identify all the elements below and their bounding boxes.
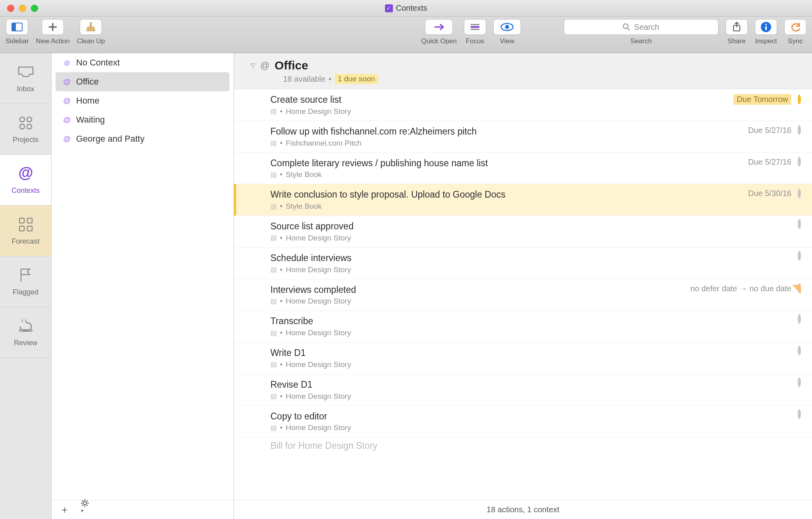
main-header: ▽ @ Office 18 available • 1 due soon [234,53,812,89]
note-icon: ▤ [270,424,277,432]
perspective-flagged[interactable]: Flagged [0,256,51,307]
task-row[interactable]: Create source list▤ • Home Design StoryD… [234,89,812,121]
task-meta: ▤ • Home Design Story [270,360,790,369]
clean-up-button[interactable] [80,19,102,35]
sidebar-item-office[interactable]: @Office [56,72,230,91]
svg-point-23 [27,124,32,129]
task-status-circle[interactable] [798,94,801,104]
task-row[interactable]: Complete literary reviews / publishing h… [234,153,812,185]
task-row[interactable]: Copy to editor▤ • Home Design Story [234,406,812,438]
status-text: 18 actions, 1 context [486,505,559,514]
svg-rect-1 [12,23,16,31]
new-action-button[interactable] [42,19,64,35]
task-title: Write D1 [270,347,790,359]
context-icon: @ [63,96,71,105]
focus-button[interactable] [464,19,486,35]
close-window-button[interactable] [7,5,14,12]
focus-icon [469,23,481,31]
svg-point-22 [20,124,25,129]
task-row[interactable]: Transcribe▤ • Home Design Story [234,311,812,342]
task-due: Due 5/27/16 [748,158,791,167]
perspective-inbox[interactable]: Inbox [0,53,51,104]
sidebar-item-label: George and Patty [76,134,144,144]
plus-icon [48,22,58,32]
note-icon: ▤ [270,265,277,274]
inbox-icon [17,63,34,81]
perspective-forecast[interactable]: Forecast [0,206,51,256]
share-button[interactable] [726,19,748,35]
note-icon: ▤ [270,202,277,211]
minimize-window-button[interactable] [19,5,26,12]
app-icon [385,4,393,12]
perspective-contexts[interactable]: @ Contexts [0,155,51,206]
task-status-circle[interactable] [798,283,801,293]
task-status-circle[interactable] [798,377,801,387]
task-project: Home Design Story [286,360,351,369]
svg-point-12 [505,25,509,29]
sync-button[interactable] [784,19,806,35]
task-row[interactable]: Revise D1▤ • Home Design Story [234,374,812,406]
svg-line-35 [82,500,83,502]
task-status-circle[interactable] [798,188,801,198]
task-meta: ▤ • Home Design Story [270,107,726,116]
sidebar-item-george-and-patty[interactable]: @George and Patty [52,129,234,148]
note-icon: ▤ [270,392,277,400]
task-meta: ▤ • Style Book [270,170,740,179]
window-title: Contexts [0,4,812,13]
task-title: Copy to editor [270,411,790,422]
perspective-review[interactable]: Review [0,307,51,358]
available-count: 18 available [283,75,326,84]
task-status-circle[interactable] [798,409,801,419]
task-row[interactable]: Write conclusion to style proposal. Uplo… [234,184,812,216]
search-input[interactable]: Search [564,19,718,35]
task-title: Transcribe [270,315,790,327]
search-label: Search [630,37,652,45]
quick-open-button[interactable] [425,19,453,35]
task-status-circle[interactable] [798,219,801,229]
svg-text:@: @ [18,165,33,181]
task-meta: ▤ • Home Design Story [270,329,790,337]
add-context-button[interactable]: ＋ [59,503,70,517]
search-icon [623,23,630,31]
view-label: View [500,37,515,45]
perspective-forecast-label: Forecast [11,237,39,246]
context-icon: @ [63,115,71,124]
task-row[interactable]: Write D1▤ • Home Design Story [234,342,812,374]
sync-icon [790,22,801,32]
svg-rect-27 [19,226,24,231]
sidebar-item-label: No Context [76,58,120,68]
task-list: Create source list▤ • Home Design StoryD… [234,89,812,519]
sidebar-item-waiting[interactable]: @Waiting [52,110,234,129]
task-row[interactable]: Schedule interviews▤ • Home Design Story [234,248,812,279]
task-meta: ▤ • Fishchannel.com Pitch [270,139,740,148]
perspective-projects[interactable]: Projects [0,104,51,155]
task-status-circle[interactable] [798,314,801,324]
task-row-peek: Bill for Home Design Story [234,437,812,451]
sidebar-item-label: Office [76,77,99,87]
svg-rect-25 [19,218,24,223]
task-status-circle[interactable] [798,125,801,135]
task-due: Due 5/27/16 [748,126,791,135]
task-project: Home Design Story [286,329,351,337]
sidebar-item-home[interactable]: @Home [52,91,234,110]
sidebar-item-no-context[interactable]: ⊘No Context [52,53,234,72]
svg-rect-26 [27,218,32,223]
task-due: no defer date → no due date [690,284,791,293]
sidebar-settings-button[interactable]: ▾ [81,499,90,519]
task-status-circle[interactable] [798,346,801,356]
perspective-contexts-label: Contexts [11,186,40,195]
task-row[interactable]: Interviews completed▤ • Home Design Stor… [234,279,812,311]
task-row[interactable]: Source list approved▤ • Home Design Stor… [234,216,812,248]
task-status-circle[interactable] [798,157,801,167]
fullscreen-window-button[interactable] [31,5,38,12]
inspect-button[interactable] [755,19,777,35]
sidebar-button[interactable] [6,19,28,35]
gear-icon [81,499,90,508]
task-title: Follow up with fishchannel.com re:Alzhei… [270,126,740,137]
quick-open-icon [433,23,445,31]
disclosure-triangle[interactable]: ▽ [251,62,255,69]
task-row[interactable]: Follow up with fishchannel.com re:Alzhei… [234,121,812,153]
view-button[interactable] [493,19,521,35]
task-status-circle[interactable] [798,251,801,261]
svg-point-20 [20,117,25,122]
